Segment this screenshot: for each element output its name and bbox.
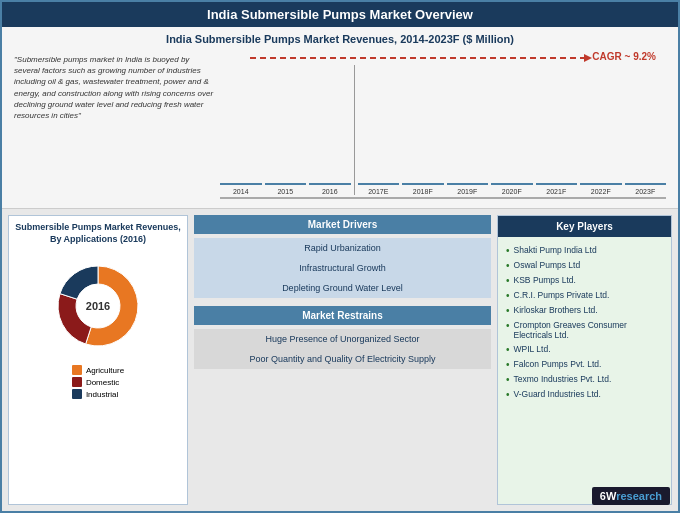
legend-label: Industrial xyxy=(86,390,118,399)
chart-title: India Submersible Pumps Market Revenues,… xyxy=(14,33,666,45)
legend-item-domestic: Domestic xyxy=(72,377,124,387)
cagr-arrow xyxy=(250,57,586,59)
restraint-item: Huge Presence of Unorganized Sector xyxy=(194,329,491,349)
chart-area: "Submersible pumps market in India is bu… xyxy=(14,49,666,204)
legend-label: Domestic xyxy=(86,378,119,387)
list-item: Shakti Pump India Ltd xyxy=(506,243,663,258)
bar-label-2022F: 2022F xyxy=(591,188,611,195)
bar-label-2017E: 2017E xyxy=(368,188,388,195)
pie-title: Submersible Pumps Market Revenues, By Ap… xyxy=(15,222,181,245)
legend-item-industrial: Industrial xyxy=(72,389,124,399)
bar-2018F xyxy=(402,183,444,185)
bar-group: 2018F xyxy=(402,183,444,195)
bar-2017E xyxy=(358,183,400,185)
legend-color xyxy=(72,377,82,387)
chart-section: India Submersible Pumps Market Revenues,… xyxy=(2,27,678,209)
bar-group: 2021F xyxy=(536,183,578,195)
bar-2014 xyxy=(220,183,262,185)
bar-2019F xyxy=(447,183,489,185)
list-item: Crompton Greaves Consumer Electricals Lt… xyxy=(506,318,663,342)
pie-legend: AgricultureDomesticIndustrial xyxy=(72,365,124,401)
bar-2022F xyxy=(580,183,622,185)
pie-year-label: 2016 xyxy=(86,300,110,312)
list-item: V-Guard Industries Ltd. xyxy=(506,387,663,402)
restrains-list: Huge Presence of Unorganized SectorPoor … xyxy=(194,329,491,369)
bar-label-2014: 2014 xyxy=(233,188,249,195)
list-item: Oswal Pumps Ltd xyxy=(506,258,663,273)
driver-item: Depleting Ground Water Level xyxy=(194,278,491,298)
bar-group: 2014 xyxy=(220,183,262,195)
market-drivers-title: Market Drivers xyxy=(194,215,491,234)
brand-text: 6Wresearch xyxy=(600,490,662,502)
chart-description: "Submersible pumps market in India is bu… xyxy=(14,49,214,121)
bar-2016 xyxy=(309,183,351,185)
pie-segment-industrial xyxy=(60,266,98,299)
driver-item: Infrastructural Growth xyxy=(194,258,491,278)
list-item: C.R.I. Pumps Private Ltd. xyxy=(506,288,663,303)
bar-label-2020F: 2020F xyxy=(502,188,522,195)
page-header: India Submersible Pumps Market Overview xyxy=(2,2,678,27)
bar-group: 2015 xyxy=(265,183,307,195)
list-item: Texmo Industries Pvt. Ltd. xyxy=(506,372,663,387)
drivers-list: Rapid UrbanizationInfrastructural Growth… xyxy=(194,238,491,298)
bar-label-2019F: 2019F xyxy=(457,188,477,195)
bar-group: 2016 xyxy=(309,183,351,195)
legend-color xyxy=(72,389,82,399)
bottom-wrapper: Submersible Pumps Market Revenues, By Ap… xyxy=(2,209,678,511)
bar-2023F xyxy=(625,183,667,185)
list-item: Falcon Pumps Pvt. Ltd. xyxy=(506,357,663,372)
header-title: India Submersible Pumps Market Overview xyxy=(207,7,473,22)
main-wrapper: India Submersible Pumps Market Overview … xyxy=(0,0,680,513)
bar-label-2015: 2015 xyxy=(277,188,293,195)
bar-label-2016: 2016 xyxy=(322,188,338,195)
bar-group: 2020F xyxy=(491,183,533,195)
cagr-label: CAGR ~ 9.2% xyxy=(592,51,656,62)
legend-color xyxy=(72,365,82,375)
driver-item: Rapid Urbanization xyxy=(194,238,491,258)
bar-group: 2019F xyxy=(447,183,489,195)
bar-group: 2023F xyxy=(625,183,667,195)
bar-2021F xyxy=(536,183,578,185)
players-list: Shakti Pump India LtdOswal Pumps LtdKSB … xyxy=(498,237,671,504)
market-restrains-title: Market Restrains xyxy=(194,306,491,325)
bars-container: 2014201520162017E2018F2019F2020F2021F202… xyxy=(220,69,666,199)
legend-label: Agriculture xyxy=(86,366,124,375)
pie-container: 2016 xyxy=(43,251,153,361)
bar-label-2018F: 2018F xyxy=(413,188,433,195)
bar-group: 2022F xyxy=(580,183,622,195)
list-item: Kirloskar Brothers Ltd. xyxy=(506,303,663,318)
key-players-panel: Key Players Shakti Pump India LtdOswal P… xyxy=(497,215,672,505)
bar-2015 xyxy=(265,183,307,185)
bar-2020F xyxy=(491,183,533,185)
chart-divider xyxy=(354,65,355,195)
pie-panel: Submersible Pumps Market Revenues, By Ap… xyxy=(8,215,188,505)
list-item: WPIL Ltd. xyxy=(506,342,663,357)
legend-item-agriculture: Agriculture xyxy=(72,365,124,375)
bar-label-2021F: 2021F xyxy=(546,188,566,195)
bar-label-2023F: 2023F xyxy=(635,188,655,195)
drivers-panel: Market Drivers Rapid UrbanizationInfrast… xyxy=(194,215,491,505)
brand-label: 6Wresearch xyxy=(592,487,670,505)
players-title: Key Players xyxy=(498,216,671,237)
chart-right: CAGR ~ 9.2% 2014201520162017E2018F2019F2… xyxy=(220,49,666,204)
list-item: KSB Pumps Ltd. xyxy=(506,273,663,288)
bar-group: 2017E xyxy=(358,183,400,195)
restraint-item: Poor Quantity and Quality Of Electricity… xyxy=(194,349,491,369)
